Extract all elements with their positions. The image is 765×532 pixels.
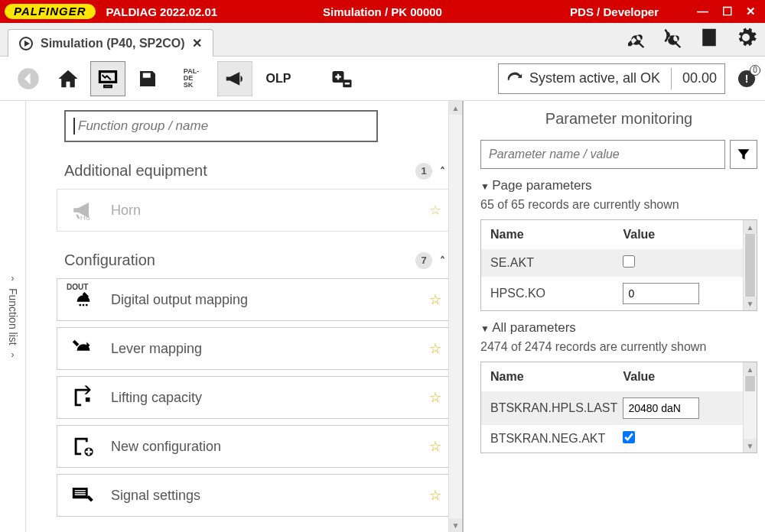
scroll-thumb[interactable]	[745, 234, 755, 297]
gear-crane-icon	[68, 431, 99, 462]
scroll-up-icon[interactable]: ▲	[744, 362, 757, 376]
table-scrollbar[interactable]: ▲ ▼	[743, 220, 757, 310]
star-icon[interactable]: ☆	[429, 202, 441, 219]
play-icon	[19, 37, 33, 50]
group-title: Configuration	[64, 251, 155, 269]
tab-simulation[interactable]: Simulation (P40, SP2CO) ✕	[8, 29, 213, 57]
scroll-up-icon[interactable]: ▲	[744, 220, 757, 234]
star-icon[interactable]: ☆	[429, 340, 441, 357]
minimize-icon[interactable]: —	[697, 5, 708, 18]
back-button[interactable]	[11, 61, 46, 96]
maximize-icon[interactable]: ☐	[722, 5, 732, 18]
parameter-title: Parameter monitoring	[480, 110, 757, 128]
table-row: SE.AKT	[481, 249, 743, 277]
left-scrollbar[interactable]: ▲ ▼	[448, 101, 462, 532]
param-name: BTSKRAN.NEG.AKT	[490, 432, 623, 446]
chevron-right-icon: ›	[11, 273, 15, 284]
group-count: 1	[415, 163, 432, 180]
status-info-button[interactable]: ! 0	[736, 68, 757, 89]
item-lever-mapping[interactable]: Lever mapping ☆	[57, 327, 453, 370]
param-checkbox[interactable]	[623, 431, 635, 443]
star-icon[interactable]: ☆	[429, 487, 441, 504]
tab-label: Simulation (P40, SP2CO)	[41, 37, 184, 50]
status-box: System active, all OK 00.00	[498, 63, 725, 94]
function-search[interactable]	[64, 110, 378, 142]
star-icon[interactable]: ☆	[429, 291, 441, 308]
toolbar: PAL-DESK OLP System active, all OK 00.00…	[0, 57, 765, 101]
scroll-down-icon[interactable]: ▼	[449, 518, 462, 532]
function-list-pane: Additional equipment 1 ˄ H6 Horn ☆ Confi…	[26, 101, 464, 532]
save-button[interactable]	[130, 61, 165, 96]
group-configuration[interactable]: Configuration 7 ˄	[57, 248, 453, 272]
notes-icon[interactable]	[698, 26, 721, 51]
section-page-parameters[interactable]: Page parameters	[480, 178, 757, 193]
item-lifting-capacity[interactable]: Lifting capacity ☆	[57, 376, 453, 419]
home-button[interactable]	[50, 61, 86, 96]
svg-rect-7	[86, 397, 90, 402]
item-label: New configuration	[111, 439, 417, 455]
tab-strip: Simulation (P40, SP2CO) ✕	[0, 23, 765, 57]
gear-icon[interactable]	[734, 26, 757, 51]
table-row: BTSKRAN.HPLS.LAST	[481, 391, 743, 425]
function-list-rail[interactable]: › Function list ›	[0, 101, 26, 532]
section-all-parameters[interactable]: All parameters	[480, 320, 757, 336]
star-icon[interactable]: ☆	[429, 438, 441, 455]
item-digital-output-mapping[interactable]: DOUT Digital output mapping ☆	[57, 278, 453, 321]
col-name: Name	[490, 370, 623, 384]
monitor-button[interactable]	[90, 61, 125, 96]
scroll-up-icon[interactable]: ▲	[449, 101, 462, 115]
parameter-pane: Parameter monitoring Page parameters 65 …	[464, 101, 765, 532]
item-label: Lever mapping	[111, 341, 417, 357]
svg-point-5	[83, 304, 85, 307]
role-title: PDS / Developer	[570, 5, 659, 18]
status-arrow-icon	[506, 70, 523, 87]
chevron-up-icon: ˄	[440, 255, 445, 267]
param-name: HPSC.KO	[490, 287, 623, 300]
parameter-search-input[interactable]	[480, 140, 725, 169]
table-scrollbar[interactable]: ▲ ▼	[743, 362, 757, 453]
star-icon[interactable]: ☆	[429, 389, 441, 406]
info-badge: 0	[750, 65, 760, 76]
item-new-configuration[interactable]: New configuration ☆	[57, 425, 453, 468]
context-title: Simulation / PK 00000	[323, 5, 442, 18]
add-remove-button[interactable]	[324, 61, 360, 96]
close-icon[interactable]: ✕	[746, 5, 756, 18]
item-label: Lifting capacity	[111, 390, 417, 406]
chevron-right-icon: ›	[11, 349, 15, 360]
function-search-input[interactable]	[78, 118, 369, 134]
tab-close-icon[interactable]: ✕	[192, 36, 202, 50]
scroll-down-icon[interactable]: ▼	[744, 297, 757, 310]
horn-button[interactable]	[217, 61, 252, 96]
title-bar: PALFINGER PALDIAG 2022.02.01 Simulation …	[0, 0, 765, 23]
group-additional-equipment[interactable]: Additional equipment 1 ˄	[57, 159, 453, 183]
chevron-up-icon: ˄	[440, 165, 445, 177]
filter-button[interactable]	[730, 140, 757, 169]
table-row: HPSC.KO	[481, 277, 743, 310]
svg-text:H6: H6	[80, 213, 90, 222]
page-params-table: Name Value SE.AKT HPSC.KO ▲ ▼	[480, 219, 757, 311]
param-input[interactable]	[623, 283, 699, 304]
param-checkbox[interactable]	[623, 255, 635, 268]
group-title: Additional equipment	[64, 162, 207, 180]
param-input[interactable]	[623, 397, 699, 419]
col-value: Value	[623, 370, 734, 384]
olp-button[interactable]: OLP	[257, 61, 300, 96]
item-horn[interactable]: H6 Horn ☆	[57, 189, 453, 232]
all-params-table: Name Value BTSKRAN.HPLS.LAST BTSKRAN.NEG…	[480, 362, 757, 453]
funnel-icon	[736, 147, 751, 162]
item-signal-settings[interactable]: Signal settings ☆	[57, 474, 453, 517]
param-name: BTSKRAN.HPLS.LAST	[490, 401, 623, 415]
status-text: System active, all OK	[529, 70, 660, 86]
table-row: BTSKRAN.NEG.AKT	[481, 425, 743, 453]
rail-label: Function list	[7, 288, 19, 345]
crane-icon	[68, 382, 99, 413]
antenna-search-icon[interactable]	[661, 26, 684, 51]
paldesk-button[interactable]: PAL-DESK	[170, 61, 213, 96]
item-label: Signal settings	[111, 488, 417, 504]
svg-point-6	[86, 304, 88, 307]
scroll-thumb[interactable]	[745, 376, 755, 391]
param-name: SE.AKT	[490, 256, 623, 270]
scroll-down-icon[interactable]: ▼	[744, 439, 757, 453]
brush-search-icon[interactable]	[624, 26, 647, 51]
svg-point-4	[79, 304, 81, 307]
